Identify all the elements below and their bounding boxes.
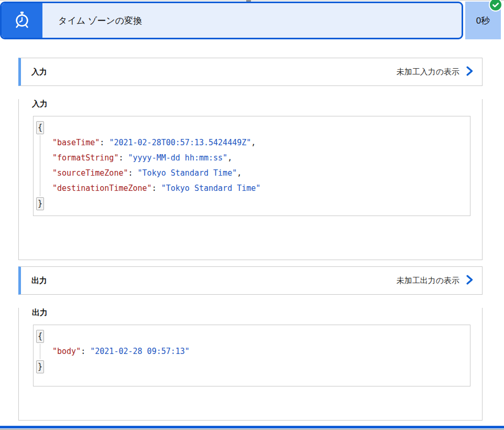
outputs-section-header: 出力 未加工出力の表示 [18,266,483,295]
show-raw-inputs-label: 未加工入力の表示 [397,67,459,77]
json-key: "baseTime" [52,138,100,147]
outputs-json-viewer: {"body": "2021-02-28 09:57:13"} [33,325,470,386]
inputs-section-header: 入力 未加工入力の表示 [18,58,483,86]
json-value: "Tokyo Standard Time" [161,184,261,193]
alarm-clock-icon [13,10,31,31]
json-entry-line: "sourceTimeZone": "Tokyo Standard Time", [35,166,465,181]
chevron-right-icon [466,275,474,287]
json-entry-text: "body": "2021-02-28 09:57:13" [35,344,190,359]
json-brace-line: { [35,329,465,344]
json-key: "formatString" [52,153,118,163]
action-card-header[interactable]: タイム ゾーンの変換 [0,2,463,39]
outputs-section-body: 出力 {"body": "2021-02-28 09:57:13"} [18,308,483,421]
inputs-json-viewer: {"baseTime": "2021-02-28T00:57:13.542444… [33,116,470,216]
json-entry-text: "sourceTimeZone": "Tokyo Standard Time", [35,166,242,181]
page-bottom-border [0,426,504,428]
json-entry-line: "baseTime": "2021-02-28T00:57:13.5424449… [35,135,465,150]
json-entry-text: "destinationTimeZone": "Tokyo Standard T… [35,181,260,196]
inputs-section: 入力 未加工入力の表示 入力 {"baseTime": "2021-02-28T… [18,58,483,260]
chevron-right-icon [466,66,474,78]
json-colon: : [81,347,90,356]
success-check-icon [489,0,502,12]
json-brace-line: { [35,120,465,135]
json-comma: , [251,138,256,147]
json-brace-line: } [35,359,465,374]
json-colon: : [128,168,138,178]
json-value: "2021-02-28 09:57:13" [90,347,190,356]
inputs-body-label: 入力 [32,99,482,109]
json-entry-text: "baseTime": "2021-02-28T00:57:13.5424449… [35,135,256,150]
json-key: "body" [52,347,81,356]
json-colon: : [100,138,109,147]
brace-marker: { [36,330,44,343]
outputs-section: 出力 未加工出力の表示 出力 {"body": "2021-02-28 09:5… [18,266,483,421]
brace-marker: } [36,197,44,210]
json-key: "destinationTimeZone" [52,184,152,193]
brace-marker: { [36,121,44,134]
json-comma: , [237,168,242,178]
inputs-section-body: 入力 {"baseTime": "2021-02-28T00:57:13.542… [18,99,483,260]
json-entry-line: "formatString": "yyyy-MM-dd hh:mm:ss", [35,150,465,166]
json-value: "2021-02-28T00:57:13.5424449Z" [109,138,251,147]
json-entry-line: "destinationTimeZone": "Tokyo Standard T… [35,181,465,196]
json-key: "sourceTimeZone" [52,168,128,178]
show-raw-outputs-label: 未加工出力の表示 [397,276,459,286]
outputs-body-label: 出力 [32,308,482,318]
json-value: "yyyy-MM-dd hh:mm:ss" [128,153,228,163]
show-raw-inputs-link[interactable]: 未加工入力の表示 [397,66,474,78]
json-value: "Tokyo Standard Time" [138,168,237,178]
action-icon-box [2,3,42,38]
json-comma: , [227,153,232,163]
json-entry-text: "formatString": "yyyy-MM-dd hh:mm:ss", [35,150,232,166]
action-title: タイム ゾーンの変換 [42,3,142,38]
page-top-hairline [0,0,504,1]
brace-marker: } [36,360,44,373]
json-brace-line: } [35,196,465,211]
outputs-header-label: 出力 [31,276,47,286]
json-colon: : [152,184,161,193]
json-colon: : [118,153,128,163]
json-entry-line: "body": "2021-02-28 09:57:13" [35,344,465,359]
duration-label: 0秒 [476,15,490,27]
show-raw-outputs-link[interactable]: 未加工出力の表示 [397,275,474,287]
inputs-header-label: 入力 [31,67,47,77]
